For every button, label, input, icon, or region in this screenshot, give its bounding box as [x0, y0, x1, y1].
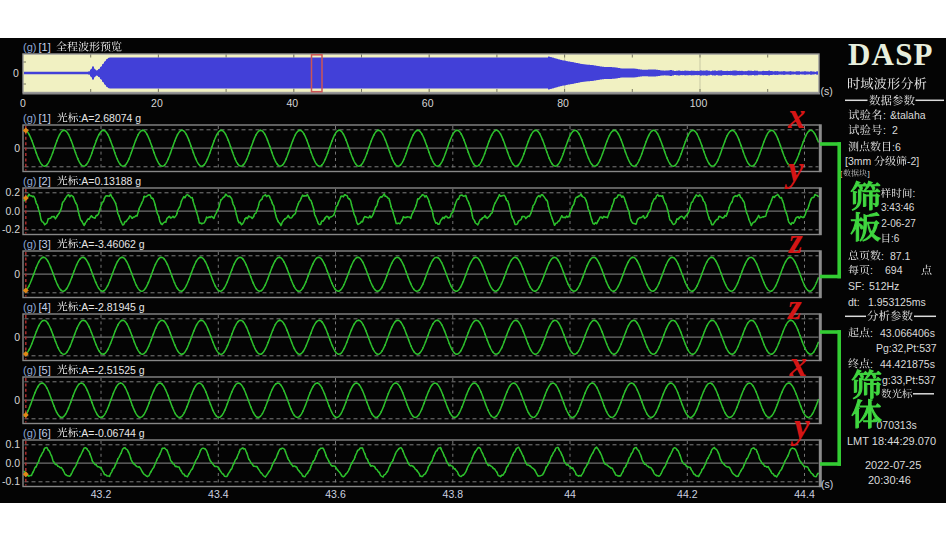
svg-text:2022-07-25: 2022-07-25: [865, 459, 921, 471]
svg-text:44.2: 44.2: [677, 488, 698, 500]
svg-text:(s): (s): [821, 85, 833, 97]
svg-text:x: x: [787, 97, 806, 136]
svg-text:43.066406s: 43.066406s: [880, 327, 935, 339]
svg-text:z: z: [788, 222, 803, 261]
svg-text:DASP: DASP: [848, 37, 934, 72]
svg-text:(g): (g): [23, 175, 36, 187]
svg-text::: :: [870, 358, 873, 370]
svg-text::6: :6: [892, 141, 901, 153]
svg-text:LMT 18:44:29.070: LMT 18:44:29.070: [847, 435, 936, 447]
svg-text:[3mm: [3mm: [845, 155, 872, 167]
svg-text:512Hz: 512Hz: [869, 280, 899, 292]
svg-text:-0.2: -0.2: [2, 223, 20, 235]
svg-text:[2]: [2]: [39, 175, 51, 187]
svg-text:60: 60: [422, 97, 434, 109]
svg-text::A=0.13188 g: :A=0.13188 g: [78, 175, 141, 187]
svg-text:80: 80: [557, 97, 569, 109]
svg-text::6: :6: [891, 233, 900, 244]
svg-text::A=-2.51525 g: :A=-2.51525 g: [78, 364, 144, 376]
svg-text:0: 0: [14, 268, 20, 280]
svg-text:070313s: 070313s: [877, 419, 917, 431]
svg-text:[6]: [6]: [39, 427, 51, 439]
svg-text::: :: [870, 327, 873, 339]
svg-text::: :: [881, 250, 884, 262]
svg-text:dt:: dt:: [848, 296, 860, 308]
svg-text:0: 0: [14, 394, 20, 406]
svg-text:[3]: [3]: [39, 238, 51, 250]
svg-text:43.2: 43.2: [91, 488, 112, 500]
svg-text:0: 0: [13, 67, 19, 79]
svg-text:0: 0: [14, 142, 20, 154]
svg-text:44: 44: [564, 488, 576, 500]
svg-text::A=-0.06744 g: :A=-0.06744 g: [78, 427, 144, 439]
svg-text:0.0: 0.0: [5, 205, 20, 217]
svg-text:]: ]: [868, 169, 870, 178]
svg-text:43.4: 43.4: [208, 488, 229, 500]
svg-text:-2]: -2]: [907, 155, 919, 167]
svg-text:&talaha: &talaha: [890, 109, 926, 121]
svg-text:(g): (g): [23, 112, 36, 124]
svg-text:Pg:32,Pt:537: Pg:32,Pt:537: [876, 342, 937, 354]
svg-text:40: 40: [286, 97, 298, 109]
svg-text:0: 0: [20, 97, 26, 109]
svg-text:44.421875s: 44.421875s: [880, 358, 935, 370]
svg-text::A=2.68074 g: :A=2.68074 g: [78, 112, 141, 124]
svg-text:0.0: 0.0: [5, 457, 20, 469]
svg-text:694: 694: [885, 264, 903, 276]
svg-text:20: 20: [151, 97, 163, 109]
svg-text:SF:: SF:: [848, 280, 864, 292]
svg-text:2-06-27: 2-06-27: [881, 218, 916, 229]
svg-text:100: 100: [690, 97, 708, 109]
svg-text:z: z: [787, 288, 802, 327]
svg-text:0: 0: [14, 331, 20, 343]
svg-text:-0.1: -0.1: [2, 475, 20, 487]
svg-text:(g): (g): [23, 301, 36, 313]
svg-text:44.4: 44.4: [794, 488, 815, 500]
svg-text::A=-3.46062 g: :A=-3.46062 g: [78, 238, 144, 250]
svg-text:43.6: 43.6: [325, 488, 346, 500]
svg-text:0.2: 0.2: [5, 186, 20, 198]
svg-text:20:30:46: 20:30:46: [868, 474, 911, 486]
svg-text:[5]: [5]: [39, 364, 51, 376]
svg-text:(s): (s): [821, 478, 833, 490]
svg-text:x: x: [789, 345, 808, 384]
svg-text:g:33,Pt:537: g:33,Pt:537: [882, 374, 936, 386]
svg-text:0.1: 0.1: [5, 438, 20, 450]
svg-text:[4]: [4]: [39, 301, 51, 313]
svg-text::: :: [913, 188, 916, 199]
svg-text:(g): (g): [23, 238, 36, 250]
svg-text::: :: [883, 109, 886, 121]
svg-text:87.1: 87.1: [890, 250, 911, 262]
svg-text:[1]: [1]: [39, 41, 51, 53]
svg-text::: :: [883, 124, 886, 136]
svg-text:(g): (g): [23, 41, 36, 53]
svg-text::A=-2.81945 g: :A=-2.81945 g: [78, 301, 144, 313]
svg-text:1.953125ms: 1.953125ms: [868, 296, 926, 308]
svg-text:[1]: [1]: [39, 112, 51, 124]
svg-text:2: 2: [892, 124, 898, 136]
svg-text:(g): (g): [23, 427, 36, 439]
svg-text:3:43:46: 3:43:46: [881, 202, 915, 213]
svg-text:43.8: 43.8: [443, 488, 464, 500]
svg-text:(g): (g): [23, 364, 36, 376]
svg-text::: :: [870, 264, 873, 276]
